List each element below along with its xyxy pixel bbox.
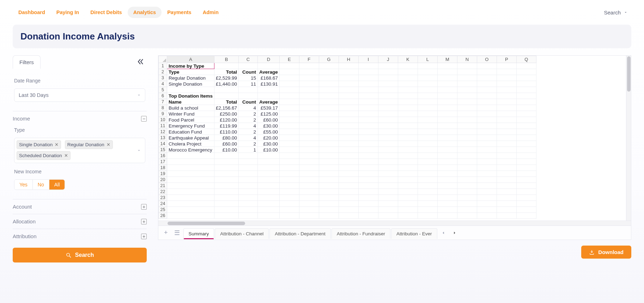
cell[interactable] bbox=[457, 207, 477, 213]
cell[interactable] bbox=[258, 153, 280, 159]
cell[interactable] bbox=[418, 69, 437, 75]
col-header[interactable]: Q bbox=[516, 56, 536, 63]
cell[interactable] bbox=[279, 207, 299, 213]
cell[interactable] bbox=[477, 147, 497, 153]
cell[interactable] bbox=[358, 123, 378, 129]
cell[interactable] bbox=[299, 93, 319, 99]
cell[interactable] bbox=[516, 201, 536, 207]
cell[interactable] bbox=[398, 117, 418, 123]
cell[interactable] bbox=[279, 129, 299, 135]
cell[interactable] bbox=[516, 75, 536, 81]
cell[interactable]: Top Donation Items bbox=[167, 93, 214, 99]
col-header[interactable]: K bbox=[398, 56, 418, 63]
cell[interactable] bbox=[339, 93, 358, 99]
col-header[interactable]: G bbox=[319, 56, 339, 63]
cell[interactable] bbox=[437, 213, 457, 219]
cell[interactable] bbox=[339, 63, 358, 69]
cell[interactable] bbox=[477, 159, 497, 165]
cell[interactable] bbox=[398, 111, 418, 117]
row-header[interactable]: 26 bbox=[159, 213, 167, 219]
row-header[interactable]: 4 bbox=[159, 81, 167, 87]
cell[interactable] bbox=[497, 189, 516, 195]
cell[interactable] bbox=[437, 195, 457, 201]
cell[interactable] bbox=[279, 153, 299, 159]
add-sheet-icon[interactable]: + bbox=[161, 228, 171, 238]
cell[interactable] bbox=[477, 135, 497, 141]
cell[interactable]: 4 bbox=[239, 123, 258, 129]
download-button[interactable]: Download bbox=[581, 246, 631, 259]
cell[interactable] bbox=[358, 171, 378, 177]
cell[interactable] bbox=[319, 195, 339, 201]
cell[interactable]: 4 bbox=[239, 135, 258, 141]
cell[interactable] bbox=[214, 177, 239, 183]
cell[interactable] bbox=[437, 63, 457, 69]
cell[interactable]: £10.00 bbox=[258, 147, 280, 153]
cell[interactable] bbox=[214, 213, 239, 219]
cell[interactable] bbox=[319, 159, 339, 165]
row-header[interactable]: 8 bbox=[159, 105, 167, 111]
cell[interactable] bbox=[497, 63, 516, 69]
cell[interactable] bbox=[378, 123, 398, 129]
cell[interactable] bbox=[437, 147, 457, 153]
cell[interactable] bbox=[239, 213, 258, 219]
cell[interactable] bbox=[358, 153, 378, 159]
cell[interactable] bbox=[516, 177, 536, 183]
cell[interactable] bbox=[477, 189, 497, 195]
cell[interactable] bbox=[299, 165, 319, 171]
cell[interactable] bbox=[279, 213, 299, 219]
cell[interactable] bbox=[358, 159, 378, 165]
cell[interactable] bbox=[378, 207, 398, 213]
cell[interactable] bbox=[457, 117, 477, 123]
cell[interactable] bbox=[239, 159, 258, 165]
cell[interactable] bbox=[378, 135, 398, 141]
cell[interactable] bbox=[319, 69, 339, 75]
cell[interactable] bbox=[418, 129, 437, 135]
cell[interactable] bbox=[378, 63, 398, 69]
cell[interactable]: Regular Donation bbox=[167, 75, 214, 81]
cell[interactable] bbox=[258, 63, 280, 69]
cell[interactable] bbox=[339, 171, 358, 177]
cell[interactable] bbox=[319, 165, 339, 171]
cell[interactable] bbox=[214, 171, 239, 177]
cell[interactable] bbox=[457, 171, 477, 177]
cell[interactable] bbox=[457, 87, 477, 93]
cell[interactable]: £130.91 bbox=[258, 81, 280, 87]
cell[interactable] bbox=[497, 159, 516, 165]
cell[interactable] bbox=[497, 69, 516, 75]
cell[interactable] bbox=[279, 75, 299, 81]
cell[interactable] bbox=[457, 165, 477, 171]
cell[interactable] bbox=[339, 177, 358, 183]
cell[interactable] bbox=[516, 81, 536, 87]
cell[interactable]: Total bbox=[214, 69, 239, 75]
cell[interactable] bbox=[477, 123, 497, 129]
cell[interactable] bbox=[319, 93, 339, 99]
cell[interactable] bbox=[418, 177, 437, 183]
sheet-tab[interactable]: Attribution - Ever bbox=[391, 228, 437, 239]
cell[interactable] bbox=[418, 213, 437, 219]
cell[interactable] bbox=[457, 189, 477, 195]
cell[interactable] bbox=[279, 123, 299, 129]
cell[interactable] bbox=[299, 69, 319, 75]
cell[interactable] bbox=[214, 189, 239, 195]
row-header[interactable]: 22 bbox=[159, 189, 167, 195]
cell[interactable] bbox=[437, 159, 457, 165]
col-header[interactable]: P bbox=[497, 56, 516, 63]
cell[interactable] bbox=[516, 129, 536, 135]
cell[interactable] bbox=[477, 207, 497, 213]
cell[interactable] bbox=[339, 183, 358, 189]
cell[interactable] bbox=[299, 87, 319, 93]
cell[interactable] bbox=[437, 69, 457, 75]
cell[interactable] bbox=[398, 153, 418, 159]
cell[interactable] bbox=[437, 135, 457, 141]
cell[interactable]: Education Fund bbox=[167, 129, 214, 135]
cell[interactable] bbox=[418, 153, 437, 159]
col-header[interactable]: D bbox=[258, 56, 280, 63]
cell[interactable] bbox=[516, 153, 536, 159]
cell[interactable] bbox=[279, 105, 299, 111]
cell[interactable] bbox=[167, 201, 214, 207]
tabs-next-icon[interactable] bbox=[449, 229, 460, 237]
cell[interactable] bbox=[214, 201, 239, 207]
cell[interactable] bbox=[258, 159, 280, 165]
cell[interactable] bbox=[437, 99, 457, 105]
horizontal-scrollbar[interactable] bbox=[158, 221, 631, 225]
